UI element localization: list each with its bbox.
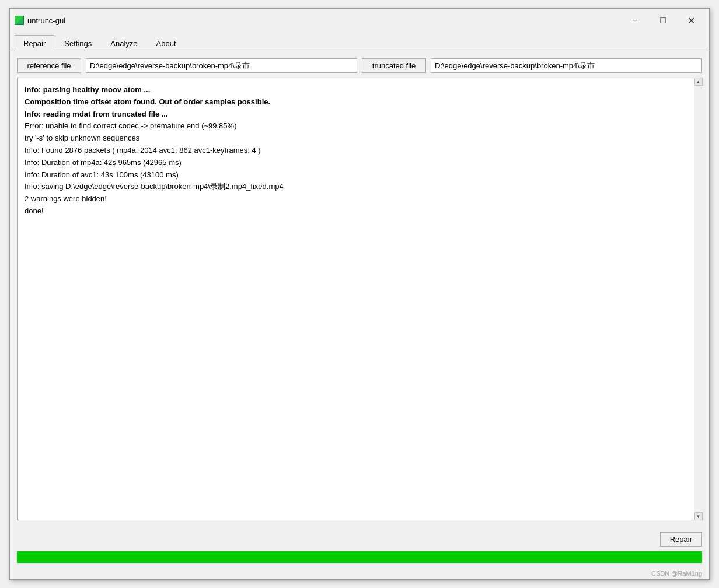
maximize-button[interactable]: □ [650,12,676,29]
watermark: CSDN @RaM1ng [10,570,709,579]
output-wrapper: Info: parsing healthy moov atom ...Compo… [17,78,702,520]
window-controls: − □ ✕ [622,12,704,29]
output-line: 2 warnings were hidden! [25,193,694,205]
output-line: Info: Duration of avc1: 43s 100ms (43100… [25,169,694,181]
app-window: untrunc-gui − □ ✕ Repair Settings Analyz… [9,8,710,580]
scroll-down-arrow[interactable]: ▼ [694,512,703,520]
output-line: Info: parsing healthy moov atom ... [25,84,694,96]
output-line: done! [25,205,694,218]
output-line: Composition time offset atom found. Out … [25,96,694,108]
bottom-bar: Repair [10,527,709,551]
scroll-up-arrow[interactable]: ▲ [694,78,703,86]
output-line: Error: unable to find correct codec -> p… [25,120,694,132]
scrollbar[interactable]: ▲ ▼ [694,78,702,520]
repair-button[interactable]: Repair [660,532,702,547]
reference-file-input[interactable] [86,58,357,73]
output-line: Info: Found 2876 packets ( mp4a: 2014 av… [25,145,694,157]
tab-repair[interactable]: Repair [15,35,54,51]
progress-bar-fill [17,551,702,563]
reference-file-label: reference file [17,58,81,73]
tab-analyze[interactable]: Analyze [102,35,146,51]
window-title: untrunc-gui [27,16,622,25]
tab-about[interactable]: About [148,35,185,51]
main-content: reference file truncated file Info: pars… [10,51,709,527]
output-line: Info: Duration of mp4a: 42s 965ms (42965… [25,157,694,169]
tabs-bar: Repair Settings Analyze About [10,32,709,51]
close-button[interactable]: ✕ [678,12,704,29]
tab-settings[interactable]: Settings [55,35,100,51]
output-line: try '-s' to skip unknown sequences [25,132,694,145]
output-line: Info: saving D:\edge\edge\reverse-backup… [25,181,694,193]
scroll-thumb-area[interactable] [694,86,702,512]
progress-bar-container [17,551,702,563]
truncated-file-input[interactable] [431,58,702,73]
file-row: reference file truncated file [17,58,702,73]
title-bar: untrunc-gui − □ ✕ [10,9,709,32]
output-area: Info: parsing healthy moov atom ...Compo… [17,78,702,520]
truncated-file-label: truncated file [362,58,426,73]
output-line: Info: reading mdat from truncated file .… [25,108,694,121]
minimize-button[interactable]: − [622,12,648,29]
app-icon [15,16,24,25]
